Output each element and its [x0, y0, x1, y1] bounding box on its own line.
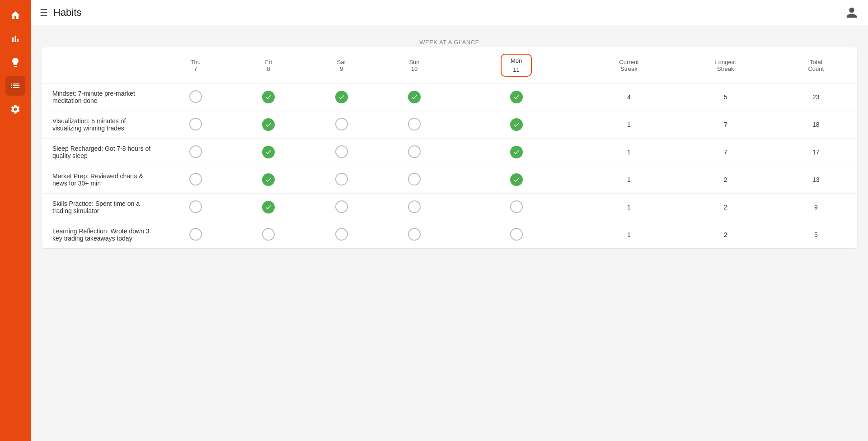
- habit-name-5: Learning Reflection: Wrote down 3 key tr…: [42, 221, 159, 249]
- habit-check-row0-day3[interactable]: [378, 84, 450, 111]
- habit-total-count-row3: 13: [775, 166, 857, 194]
- table-header-row: Thu 7 Fri 8 Sat: [42, 47, 857, 84]
- col-day-fri-num: 8: [237, 65, 299, 72]
- checked-icon[interactable]: [262, 146, 275, 158]
- unchecked-circle[interactable]: [510, 200, 523, 213]
- col-day-sun-num: 10: [383, 65, 445, 72]
- habit-check-row2-day3[interactable]: [378, 139, 450, 166]
- unchecked-circle[interactable]: [262, 228, 275, 241]
- checked-icon[interactable]: [262, 118, 275, 131]
- unchecked-circle[interactable]: [189, 90, 202, 103]
- unchecked-circle[interactable]: [335, 145, 348, 158]
- unchecked-circle[interactable]: [408, 118, 421, 130]
- col-day-sun-label: Sun: [383, 59, 445, 65]
- habit-check-row1-day1[interactable]: [232, 111, 305, 139]
- habit-check-row3-day0[interactable]: [159, 166, 232, 194]
- habit-check-row2-day4[interactable]: [451, 139, 582, 166]
- unchecked-circle[interactable]: [189, 228, 202, 241]
- unchecked-circle[interactable]: [189, 145, 202, 158]
- sidebar-item-settings[interactable]: [5, 99, 25, 119]
- sidebar-item-habits[interactable]: [5, 76, 25, 96]
- col-day-mon-num: 11: [511, 65, 522, 74]
- habit-total-count-row5: 5: [775, 221, 857, 249]
- habit-check-row1-day0[interactable]: [159, 111, 232, 139]
- habit-check-row1-day4[interactable]: [451, 111, 582, 139]
- unchecked-circle[interactable]: [408, 145, 421, 158]
- checked-icon[interactable]: [262, 91, 275, 103]
- habit-total-count-row2: 17: [775, 139, 857, 166]
- sidebar-item-chart[interactable]: [5, 29, 25, 49]
- unchecked-circle[interactable]: [335, 173, 348, 186]
- habit-check-row2-day2[interactable]: [305, 139, 378, 166]
- col-header-sat: Sat 9: [305, 47, 378, 84]
- checked-icon[interactable]: [262, 173, 275, 186]
- unchecked-circle[interactable]: [189, 173, 202, 186]
- habit-check-row3-day1[interactable]: [232, 166, 305, 194]
- habit-current-streak-row2: 1: [582, 139, 676, 166]
- habit-check-row0-day0[interactable]: [159, 84, 232, 111]
- habit-check-row5-day3[interactable]: [378, 221, 450, 249]
- checked-icon[interactable]: [510, 118, 523, 131]
- week-label: WEEK AT A GLANCE: [42, 34, 857, 47]
- checked-icon[interactable]: [335, 91, 348, 103]
- habit-check-row5-day2[interactable]: [305, 221, 378, 249]
- col-day-thu-label: Thu: [164, 59, 226, 65]
- unchecked-circle[interactable]: [408, 173, 421, 186]
- unchecked-circle[interactable]: [408, 200, 421, 213]
- main-area: ☰ Habits WEEK AT A GLANCE Thu 7: [31, 0, 868, 441]
- habit-check-row4-day3[interactable]: [378, 194, 450, 221]
- habit-check-row3-day2[interactable]: [305, 166, 378, 194]
- table-row: Market Prep: Reviewed charts & news for …: [42, 166, 857, 194]
- checked-icon[interactable]: [510, 146, 523, 158]
- habit-check-row4-day0[interactable]: [159, 194, 232, 221]
- user-avatar[interactable]: [845, 5, 859, 20]
- unchecked-circle[interactable]: [510, 228, 523, 241]
- topbar: ☰ Habits: [31, 0, 868, 25]
- habit-check-row5-day4[interactable]: [451, 221, 582, 249]
- habit-check-row2-day0[interactable]: [159, 139, 232, 166]
- sidebar-item-bulb[interactable]: [5, 52, 25, 72]
- col-header-current-streak: Current Streak: [582, 47, 676, 84]
- hamburger-icon[interactable]: ☰: [40, 7, 48, 18]
- unchecked-circle[interactable]: [335, 200, 348, 213]
- col-header-mon: Mon 11: [451, 47, 582, 84]
- habit-check-row3-day3[interactable]: [378, 166, 450, 194]
- habit-total-count-row4: 9: [775, 194, 857, 221]
- table-row: Sleep Recharged: Got 7-8 hours of qualit…: [42, 139, 857, 166]
- checked-icon[interactable]: [262, 201, 275, 214]
- checked-icon[interactable]: [510, 173, 523, 186]
- sidebar-item-home[interactable]: [5, 5, 25, 25]
- habit-check-row5-day1[interactable]: [232, 221, 305, 249]
- topbar-left: ☰ Habits: [40, 7, 81, 19]
- col-header-longest-streak: Longest Streak: [676, 47, 775, 84]
- page-title: Habits: [53, 7, 81, 19]
- habit-current-streak-row0: 4: [582, 84, 676, 111]
- habit-check-row4-day1[interactable]: [232, 194, 305, 221]
- checked-icon[interactable]: [510, 91, 523, 103]
- col-header-total-count: Total Count: [775, 47, 857, 84]
- col-day-thu-num: 7: [164, 65, 226, 72]
- habit-check-row0-day1[interactable]: [232, 84, 305, 111]
- unchecked-circle[interactable]: [189, 200, 202, 213]
- col-day-sat-label: Sat: [310, 59, 372, 65]
- unchecked-circle[interactable]: [408, 228, 421, 241]
- habit-longest-streak-row2: 7: [676, 139, 775, 166]
- checked-icon[interactable]: [408, 91, 421, 103]
- habit-name-1: Visualization: 5 minutes of visualizing …: [42, 111, 159, 139]
- habits-card: Thu 7 Fri 8 Sat: [42, 47, 857, 248]
- habit-check-row1-day3[interactable]: [378, 111, 450, 139]
- habit-current-streak-row4: 1: [582, 194, 676, 221]
- habit-check-row2-day1[interactable]: [232, 139, 305, 166]
- unchecked-circle[interactable]: [335, 118, 348, 130]
- habit-check-row1-day2[interactable]: [305, 111, 378, 139]
- habit-current-streak-row5: 1: [582, 221, 676, 249]
- habit-check-row0-day2[interactable]: [305, 84, 378, 111]
- habit-check-row5-day0[interactable]: [159, 221, 232, 249]
- habit-current-streak-row3: 1: [582, 166, 676, 194]
- habit-check-row3-day4[interactable]: [451, 166, 582, 194]
- habit-check-row4-day2[interactable]: [305, 194, 378, 221]
- unchecked-circle[interactable]: [189, 118, 202, 130]
- habit-check-row4-day4[interactable]: [451, 194, 582, 221]
- unchecked-circle[interactable]: [335, 228, 348, 241]
- habit-check-row0-day4[interactable]: [451, 84, 582, 111]
